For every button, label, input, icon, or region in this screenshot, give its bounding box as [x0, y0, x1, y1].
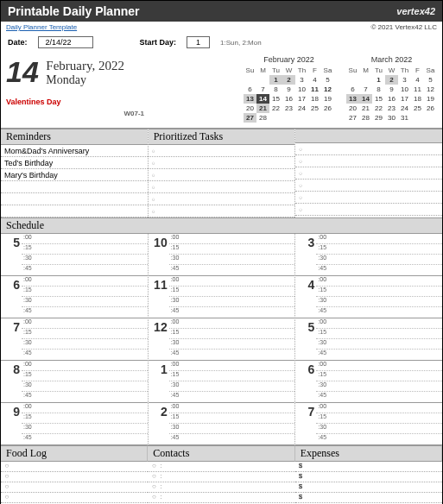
quarter-row[interactable]: :15 [316, 287, 442, 297]
food-row[interactable]: ○ [1, 472, 148, 482]
task-row[interactable]: ○ [149, 169, 295, 181]
quarter-row[interactable]: :00 [169, 276, 295, 287]
task-row[interactable]: ○ [295, 204, 442, 216]
quarter-row[interactable]: :45 [169, 434, 295, 444]
quarter-row[interactable]: :45 [22, 434, 148, 444]
quarter-row[interactable]: :00 [22, 361, 148, 371]
task-row[interactable]: ○ [295, 167, 442, 180]
quarter-row[interactable]: :45 [316, 392, 442, 402]
quarter-row[interactable]: :45 [316, 307, 442, 318]
quarter-row[interactable]: :00 [22, 276, 148, 287]
quarter-row[interactable]: :00 [22, 234, 148, 244]
expenses-row[interactable]: $ [295, 462, 442, 472]
quarter-row[interactable]: :45 [22, 307, 148, 318]
task-row[interactable]: ○ [295, 143, 442, 155]
quarter-row[interactable]: :00 [316, 403, 442, 413]
hour-block: 6:00:15:30:45 [1, 276, 148, 318]
quarter-row[interactable]: :00 [316, 234, 442, 244]
reminder-row[interactable] [1, 193, 148, 205]
quarter-row[interactable]: :45 [169, 392, 295, 402]
reminder-row[interactable]: Ted's Birthday [1, 157, 148, 169]
quarter-row[interactable]: :30 [169, 255, 295, 265]
contacts-row[interactable]: ○: [148, 482, 294, 493]
quarter-row[interactable]: :15 [22, 329, 148, 339]
food-row[interactable]: ○ [1, 482, 148, 493]
reminder-row[interactable]: Mary's Birthday [1, 169, 148, 181]
quarter-row[interactable]: :45 [169, 307, 295, 318]
quarter-row[interactable]: :45 [22, 350, 148, 360]
contacts-row[interactable]: ○: [148, 462, 294, 472]
cal-day: 17 [398, 94, 411, 104]
startday-input[interactable]: 1 [187, 36, 210, 48]
quarter-row[interactable]: :30 [22, 424, 148, 434]
quarter-row[interactable]: :00 [22, 318, 148, 329]
quarter-row[interactable]: :30 [22, 381, 148, 392]
quarter-row[interactable]: :30 [169, 297, 295, 307]
quarter-row[interactable]: :15 [22, 413, 148, 424]
quarter-row[interactable]: :15 [22, 244, 148, 255]
quarter-row[interactable]: :30 [169, 339, 295, 350]
quarter-row[interactable]: :30 [316, 339, 442, 350]
task-row[interactable]: ○ [295, 155, 442, 167]
contacts-row[interactable]: ○: [148, 472, 294, 482]
quarter-row[interactable]: :15 [22, 371, 148, 381]
expenses-row[interactable]: $ [295, 472, 442, 482]
quarter-row[interactable]: :00 [169, 403, 295, 413]
cal-day: 24 [398, 104, 411, 113]
task-row[interactable]: ○ [295, 192, 442, 204]
cal-dow: W [282, 66, 295, 75]
food-row[interactable]: ○ [1, 493, 148, 503]
quarter-row[interactable]: :15 [316, 244, 442, 255]
quarter-row[interactable]: :30 [22, 297, 148, 307]
quarter-row[interactable]: :15 [316, 371, 442, 381]
quarter-row[interactable]: :45 [316, 350, 442, 360]
quarter-row[interactable]: :00 [316, 276, 442, 287]
quarter-row[interactable]: :15 [169, 329, 295, 339]
task-row[interactable]: ○ [149, 205, 295, 217]
contacts-row[interactable]: ○: [148, 493, 294, 503]
quarter-row[interactable]: :30 [316, 255, 442, 265]
quarter-row[interactable]: :45 [316, 434, 442, 444]
quarter-row[interactable]: :30 [22, 255, 148, 265]
reminder-row[interactable] [1, 205, 148, 217]
quarter-row[interactable]: :00 [169, 318, 295, 329]
quarter-row[interactable]: :45 [22, 392, 148, 402]
expenses-row[interactable]: $ [295, 493, 442, 503]
quarter-row[interactable]: :00 [169, 361, 295, 371]
expenses-row[interactable]: $ [295, 482, 442, 493]
quarter-row[interactable]: :00 [169, 234, 295, 244]
quarter-row[interactable]: :15 [169, 413, 295, 424]
quarter-row[interactable]: :00 [22, 403, 148, 413]
quarter-row[interactable]: :15 [316, 413, 442, 424]
reminder-row[interactable]: Mom&Dad's Anniversary [1, 145, 148, 157]
quarter-row[interactable]: :15 [169, 244, 295, 255]
quarter-row[interactable]: :30 [316, 297, 442, 307]
quarter-row[interactable]: :45 [316, 265, 442, 275]
quarter-row[interactable]: :30 [169, 381, 295, 392]
task-row[interactable]: ○ [149, 157, 295, 169]
circle-icon: ○ [299, 159, 302, 164]
cal-day: 9 [282, 85, 295, 94]
quarter-row[interactable]: :30 [316, 424, 442, 434]
quarter-row[interactable]: :00 [316, 361, 442, 371]
quarter-row[interactable]: :15 [169, 371, 295, 381]
quarter-row[interactable]: :45 [169, 265, 295, 275]
quarter-row[interactable]: :15 [316, 329, 442, 339]
task-row[interactable]: ○ [149, 193, 295, 205]
quarter-row[interactable]: :30 [316, 381, 442, 392]
food-row[interactable]: ○ [1, 462, 148, 472]
quarter-row[interactable]: :15 [22, 287, 148, 297]
task-row[interactable]: ○ [149, 181, 295, 193]
quarter-row[interactable]: :30 [169, 424, 295, 434]
task-row[interactable]: ○ [149, 145, 295, 157]
template-link[interactable]: Daily Planner Template [1, 22, 82, 33]
date-input[interactable]: 2/14/22 [38, 36, 93, 48]
circle-icon: ○ [1, 482, 13, 492]
quarter-row[interactable]: :30 [22, 339, 148, 350]
task-row[interactable]: ○ [295, 180, 442, 192]
reminder-row[interactable] [1, 181, 148, 193]
quarter-row[interactable]: :45 [22, 265, 148, 275]
quarter-row[interactable]: :45 [169, 350, 295, 360]
quarter-row[interactable]: :15 [169, 287, 295, 297]
quarter-row[interactable]: :00 [316, 318, 442, 329]
